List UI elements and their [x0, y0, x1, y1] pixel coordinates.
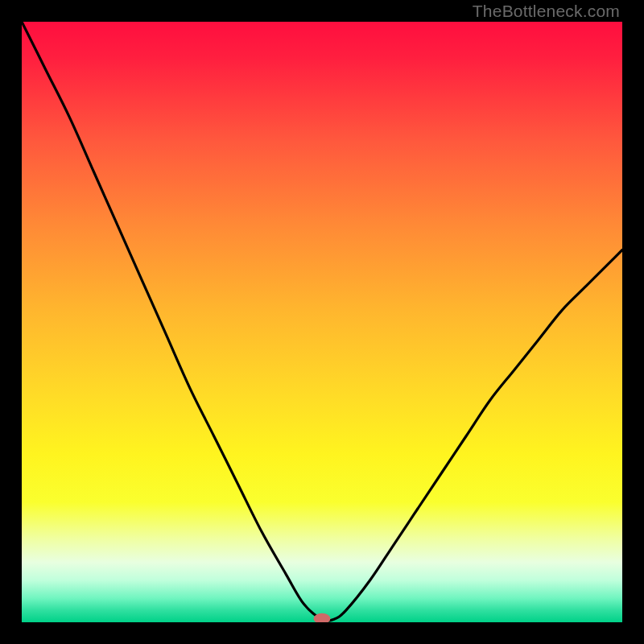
watermark-text: TheBottleneck.com [473, 2, 620, 21]
chart-frame: TheBottleneck.com [0, 0, 644, 644]
plot-area [22, 22, 622, 622]
bottleneck-curve [22, 22, 622, 621]
chart-svg [22, 22, 622, 622]
